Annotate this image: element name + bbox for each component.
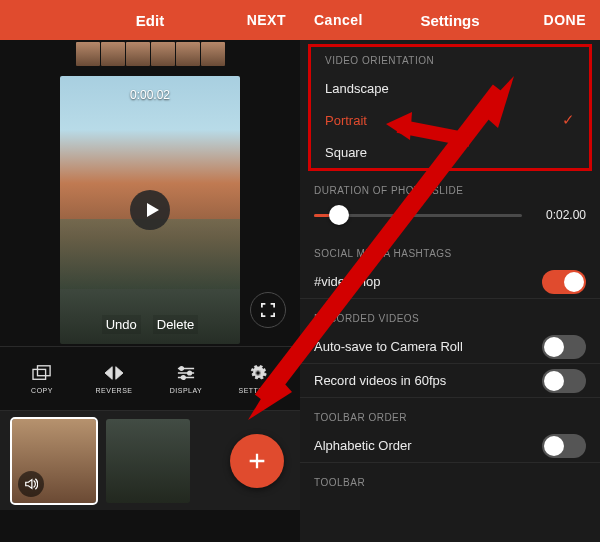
sixtyfps-row: Record videos in 60fps bbox=[300, 364, 600, 398]
sixtyfps-toggle[interactable] bbox=[542, 369, 586, 393]
edit-next-button[interactable]: NEXT bbox=[226, 12, 286, 28]
toolbar-section-title: TOOLBAR bbox=[300, 463, 600, 494]
fullscreen-button[interactable] bbox=[250, 292, 286, 328]
settings-scroll[interactable]: VIDEO ORIENTATION Landscape Portrait ✓ S… bbox=[300, 40, 600, 542]
play-icon bbox=[144, 202, 160, 218]
tool-settings-label: SETTINGS bbox=[238, 387, 277, 394]
hashtags-title: SOCIAL MEDIA HASHTAGS bbox=[300, 234, 600, 265]
add-clip-button[interactable] bbox=[230, 434, 284, 488]
orientation-section: VIDEO ORIENTATION Landscape Portrait ✓ S… bbox=[308, 44, 592, 171]
speaker-icon bbox=[24, 477, 38, 491]
settings-title: Settings bbox=[420, 12, 479, 29]
preview-timestamp: 0:00.02 bbox=[60, 88, 240, 102]
slider-knob[interactable] bbox=[329, 205, 349, 225]
orientation-option-landscape[interactable]: Landscape bbox=[311, 72, 589, 104]
alphabetic-label: Alphabetic Order bbox=[314, 438, 412, 453]
clip-thumb[interactable] bbox=[106, 419, 190, 503]
play-button[interactable] bbox=[130, 190, 170, 230]
svg-point-3 bbox=[188, 371, 192, 375]
recorded-title: RECORDED VIDEOS bbox=[300, 299, 600, 330]
plus-icon bbox=[246, 450, 268, 472]
svg-rect-0 bbox=[33, 369, 46, 379]
tool-settings[interactable]: SETTINGS bbox=[228, 364, 288, 394]
video-preview[interactable]: 0:00.02 Undo Delete bbox=[60, 76, 240, 344]
tool-reverse[interactable]: REVERSE bbox=[84, 364, 144, 394]
orientation-option-portrait[interactable]: Portrait ✓ bbox=[311, 104, 589, 136]
toolbar-order-title: TOOLBAR ORDER bbox=[300, 398, 600, 429]
tool-copy-label: COPY bbox=[31, 387, 53, 394]
copy-icon bbox=[31, 364, 53, 382]
autosave-toggle[interactable] bbox=[542, 335, 586, 359]
svg-point-5 bbox=[256, 370, 261, 375]
hashtag-toggle[interactable] bbox=[542, 270, 586, 294]
orientation-label: Portrait bbox=[325, 113, 367, 128]
tool-reverse-label: REVERSE bbox=[96, 387, 133, 394]
settings-cancel-button[interactable]: Cancel bbox=[314, 12, 374, 28]
edit-title: Edit bbox=[136, 12, 164, 29]
duration-slider[interactable] bbox=[314, 214, 522, 217]
alphabetic-row: Alphabetic Order bbox=[300, 429, 600, 463]
clip-mute-button[interactable] bbox=[18, 471, 44, 497]
duration-slider-row: 0:02.00 bbox=[300, 202, 600, 234]
alphabetic-toggle[interactable] bbox=[542, 434, 586, 458]
edit-screen: Edit NEXT 0:00.02 Undo Delete COPY bbox=[0, 0, 300, 542]
settings-topbar: Cancel Settings DONE bbox=[300, 0, 600, 40]
tool-copy[interactable]: COPY bbox=[12, 364, 72, 394]
settings-done-button[interactable]: DONE bbox=[526, 12, 586, 28]
gear-icon bbox=[247, 364, 269, 382]
autosave-row: Auto-save to Camera Roll bbox=[300, 330, 600, 364]
sixtyfps-label: Record videos in 60fps bbox=[314, 373, 446, 388]
autosave-label: Auto-save to Camera Roll bbox=[314, 339, 463, 354]
settings-screen: Cancel Settings DONE VIDEO ORIENTATION L… bbox=[300, 0, 600, 542]
delete-button[interactable]: Delete bbox=[153, 315, 199, 334]
edit-toolbar: COPY REVERSE DISPLAY SETTINGS bbox=[0, 346, 300, 410]
tool-display-label: DISPLAY bbox=[170, 387, 203, 394]
fullscreen-icon bbox=[261, 303, 275, 317]
orientation-title: VIDEO ORIENTATION bbox=[311, 47, 589, 72]
hashtag-label: #videoshop bbox=[314, 274, 381, 289]
checkmark-icon: ✓ bbox=[562, 111, 575, 129]
clips-tray bbox=[0, 410, 300, 510]
hashtag-row: #videoshop bbox=[300, 265, 600, 299]
undo-button[interactable]: Undo bbox=[102, 315, 141, 334]
edit-topbar: Edit NEXT bbox=[0, 0, 300, 40]
timeline-strip[interactable] bbox=[0, 40, 300, 68]
orientation-label: Landscape bbox=[325, 81, 389, 96]
tool-display[interactable]: DISPLAY bbox=[156, 364, 216, 394]
reverse-icon bbox=[103, 364, 125, 382]
svg-point-2 bbox=[180, 366, 184, 370]
display-icon bbox=[175, 364, 197, 382]
orientation-label: Square bbox=[325, 145, 367, 160]
svg-point-4 bbox=[182, 375, 186, 379]
duration-value: 0:02.00 bbox=[532, 208, 586, 222]
orientation-option-square[interactable]: Square bbox=[311, 136, 589, 168]
svg-rect-1 bbox=[38, 365, 51, 375]
duration-title: DURATION OF PHOTO SLIDE bbox=[300, 171, 600, 202]
preview-controls: Undo Delete bbox=[60, 315, 240, 334]
clip-thumb[interactable] bbox=[12, 419, 96, 503]
